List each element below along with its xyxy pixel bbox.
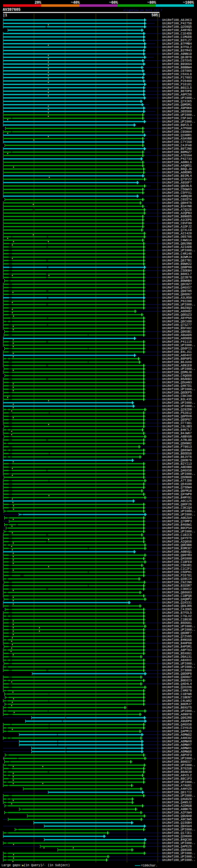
svg-text:UniRef100_UPI000..: UniRef100_UPI000.. <box>162 113 195 117</box>
svg-text:UniRef100_Q98TH5: UniRef100_Q98TH5 <box>162 289 192 293</box>
svg-text:UniRef100_B6QLJ9: UniRef100_B6QLJ9 <box>162 167 192 171</box>
svg-text:UniRef100_B2WMJ4: UniRef100_B2WMJ4 <box>162 255 192 259</box>
svg-text:UniRef100_Q6CX80: UniRef100_Q6CX80 <box>162 320 192 323</box>
svg-text:UniRef100_UPI000..: UniRef100_UPI000.. <box>162 120 195 123</box>
svg-text:UniRef100_C1C2F1: UniRef100_C1C2F1 <box>162 567 192 570</box>
svg-text:UniRef100_A8PT63: UniRef100_A8PT63 <box>162 648 192 652</box>
svg-text:UniRef100_A6YPG5: UniRef100_A6YPG5 <box>162 316 192 320</box>
svg-text:UniRef100_Q98S88: UniRef100_Q98S88 <box>162 848 192 852</box>
svg-text:UniRef100_Q4GXS6: UniRef100_Q4GXS6 <box>162 723 192 726</box>
svg-text:UniRef100_B5DG01: UniRef100_B5DG01 <box>162 621 192 625</box>
svg-text:UniRef100_C1BG30: UniRef100_C1BG30 <box>162 618 192 621</box>
svg-text:UniRef100_C1BPQ6: UniRef100_C1BPQ6 <box>162 594 192 598</box>
svg-text:UniRef100_Q4N5J2: UniRef100_Q4N5J2 <box>162 801 192 804</box>
svg-text:UniRef100_A4RYN3: UniRef100_A4RYN3 <box>162 29 192 32</box>
svg-text:UniRef100_Q8H4T5: UniRef100_Q8H4T5 <box>162 202 192 205</box>
svg-text:UniRef100_UPI000..: UniRef100_UPI000.. <box>162 96 195 100</box>
svg-text:UniRef100_A8N1E9: UniRef100_A8N1E9 <box>162 364 192 367</box>
svg-text:UniRef100_C5GWX3: UniRef100_C5GWX3 <box>162 188 192 191</box>
svg-text:UniRef100_B5FX82: UniRef100_B5FX82 <box>162 327 192 330</box>
svg-text:Large gaps:▲(in Query)/- (in S: Large gaps:▲(in Query)/- (in Subject) <box>2 864 70 867</box>
svg-text:UniRef100_UPI000..: UniRef100_UPI000.. <box>162 509 195 513</box>
svg-text:UniRef100_A2FXW4: UniRef100_A2FXW4 <box>162 811 192 814</box>
svg-text:UniRef100_Q9DB79: UniRef100_Q9DB79 <box>162 459 192 462</box>
svg-text:UniRef100_A8BVU0: UniRef100_A8BVU0 <box>162 435 192 438</box>
svg-text:UniRef100_Q95P67: UniRef100_Q95P67 <box>162 418 192 422</box>
svg-text:UniRef100_Q9GSB1: UniRef100_Q9GSB1 <box>162 330 192 334</box>
svg-text:UniRef100_C4Q666: UniRef100_C4Q666 <box>162 374 192 377</box>
svg-text:UniRef100_A4HYZ5: UniRef100_A4HYZ5 <box>162 787 192 791</box>
svg-text:UniRef100_Q0JBY8: UniRef100_Q0JBY8 <box>162 56 192 59</box>
svg-text:UniRef100_UPI000..: UniRef100_UPI000.. <box>162 794 195 798</box>
svg-text:UniRef100_UPI000..: UniRef100_UPI000.. <box>162 859 195 862</box>
svg-text:UniRef100_UPI000..: UniRef100_UPI000.. <box>162 665 195 669</box>
svg-text:UniRef100_A0DH92: UniRef100_A0DH92 <box>162 310 192 313</box>
svg-text:UniRef100_Q017I2: UniRef100_Q017I2 <box>162 791 192 794</box>
svg-text:UniRef100_A6RDR5: UniRef100_A6RDR5 <box>162 171 192 174</box>
svg-text:UniRef100_O77381: UniRef100_O77381 <box>162 422 192 425</box>
svg-text:UniRef100_C1BIC5: UniRef100_C1BIC5 <box>162 533 192 537</box>
svg-text:UniRef100_A8UAD5: UniRef100_A8UAD5 <box>162 334 192 337</box>
svg-text:UniRef100_C9SHA4: UniRef100_C9SHA4 <box>162 130 192 134</box>
svg-text:UniRef100_B8C1P3: UniRef100_B8C1P3 <box>162 777 192 780</box>
svg-text:UniRef100_C1BYW6: UniRef100_C1BYW6 <box>162 692 192 696</box>
svg-text:UniRef100_UPI000..: UniRef100_UPI000.. <box>162 828 195 831</box>
svg-text:UniRef100_UPI000..: UniRef100_UPI000.. <box>162 841 195 845</box>
svg-text:UniRef100_B2AYN8: UniRef100_B2AYN8 <box>162 205 192 208</box>
svg-text:UniRef100_B8BBW4: UniRef100_B8BBW4 <box>162 66 192 69</box>
svg-text:|1: |1 <box>3 13 7 18</box>
svg-text:UniRef100_A7P608: UniRef100_A7P608 <box>162 127 192 130</box>
svg-text:UniRef100_UPI000..: UniRef100_UPI000.. <box>162 388 195 391</box>
svg-text:UniRef100_B8N0D5: UniRef100_B8N0D5 <box>162 215 192 218</box>
svg-text:UniRef100_Q06DG7: UniRef100_Q06DG7 <box>162 293 192 296</box>
svg-text:UniRef100_Q90YR3: UniRef100_Q90YR3 <box>162 554 192 557</box>
svg-text:UniRef100_A4HC02: UniRef100_A4HC02 <box>162 737 192 740</box>
svg-text:UniRef100_Q6C0Z7: UniRef100_Q6C0Z7 <box>162 283 192 286</box>
svg-text:UniRef100_Q0U3N8: UniRef100_Q0U3N8 <box>162 242 192 245</box>
svg-text:UniRef100_B4HP68: UniRef100_B4HP68 <box>162 642 192 645</box>
svg-text:UniRef100_C0S5T4: UniRef100_C0S5T4 <box>162 198 192 202</box>
svg-text:UniRef100_A6N9Y8: UniRef100_A6N9Y8 <box>162 713 192 716</box>
svg-text:UniRef100_UPI000..: UniRef100_UPI000.. <box>162 401 195 405</box>
svg-text:UniRef100_UPI000..: UniRef100_UPI000.. <box>162 628 195 631</box>
svg-text:UniRef100_B9T2N6: UniRef100_B9T2N6 <box>162 147 192 151</box>
svg-text:UniRef100_C4WS14: UniRef100_C4WS14 <box>162 239 192 242</box>
svg-text:~80%: ~80% <box>147 1 156 5</box>
svg-text:UniRef100_B6HCL7: UniRef100_B6HCL7 <box>162 273 192 276</box>
svg-text:505|: 505| <box>152 13 160 18</box>
svg-text:UniRef100_Q4PM13: UniRef100_Q4PM13 <box>162 730 192 733</box>
svg-text:UniRef100_Q6DRF7: UniRef100_Q6DRF7 <box>162 631 192 635</box>
svg-text:UniRef100_UPI000..: UniRef100_UPI000.. <box>162 757 195 760</box>
svg-text:UniRef100_Q7ZV05: UniRef100_Q7ZV05 <box>162 635 192 638</box>
svg-text:AlignView.pm Beta rel.7: AlignView.pm Beta rel.7 <box>124 9 163 12</box>
svg-text:UniRef100_Q5UAN3: UniRef100_Q5UAN3 <box>162 381 192 384</box>
svg-text:UniRef100_Q4Y5T5: UniRef100_Q4Y5T5 <box>162 537 192 540</box>
svg-text:UniRef100_Q962R8: UniRef100_Q962R8 <box>162 716 192 720</box>
svg-text:UniRef100_Q0CRL5: UniRef100_Q0CRL5 <box>162 184 192 188</box>
svg-text:UniRef100_C5DPH1: UniRef100_C5DPH1 <box>162 570 192 574</box>
svg-text:UniRef100_A0D0D6: UniRef100_A0D0D6 <box>162 337 192 340</box>
svg-text:UniRef100_A9UDP0: UniRef100_A9UDP0 <box>162 720 192 723</box>
svg-text:UniRef100_A8JHC3: UniRef100_A8JHC3 <box>162 19 192 22</box>
svg-text:UniRef100_Q5KNH2: UniRef100_Q5KNH2 <box>162 442 192 445</box>
svg-text:UniRef100_B9IML4: UniRef100_B9IML4 <box>162 174 192 178</box>
svg-text:UniRef100_C8VF99: UniRef100_C8VF99 <box>162 222 192 225</box>
svg-text:UniRef100_UPI000..: UniRef100_UPI000.. <box>162 662 195 665</box>
svg-text:UniRef100_A4QR51: UniRef100_A4QR51 <box>162 164 192 167</box>
svg-text:UniRef100_Q4D0U7: UniRef100_Q4D0U7 <box>162 676 192 679</box>
svg-text:UniRef100_C7YIG9: UniRef100_C7YIG9 <box>162 141 192 144</box>
svg-text:UniRef100_P79013: UniRef100_P79013 <box>162 445 192 448</box>
svg-text:UniRef100_B6TDP8: UniRef100_B6TDP8 <box>162 90 192 93</box>
svg-text:UniRef100_Q54S90: UniRef100_Q54S90 <box>162 483 192 486</box>
svg-text:UniRef100_A8E6B0: UniRef100_A8E6B0 <box>162 466 192 469</box>
svg-text:UniRef100_C4JD65: UniRef100_C4JD65 <box>162 608 192 611</box>
svg-text:UniRef100_A8X0V2: UniRef100_A8X0V2 <box>162 659 192 662</box>
svg-text:UniRef100_Q70MP3: UniRef100_Q70MP3 <box>162 520 192 523</box>
svg-text:UniRef100_C4R146: UniRef100_C4R146 <box>162 252 192 255</box>
svg-text:UniRef100_Q9U9A0: UniRef100_Q9U9A0 <box>162 814 192 818</box>
svg-text:UniRef100_B7FGL2: UniRef100_B7FGL2 <box>162 45 192 49</box>
svg-text:UniRef100_C4LW92: UniRef100_C4LW92 <box>162 699 192 703</box>
svg-text:UniRef100_P41115: UniRef100_P41115 <box>162 340 192 344</box>
svg-text:UniRef100_A0D4V2: UniRef100_A0D4V2 <box>162 354 192 357</box>
svg-text:UniRef100_A9P8K6: UniRef100_A9P8K6 <box>162 106 192 110</box>
